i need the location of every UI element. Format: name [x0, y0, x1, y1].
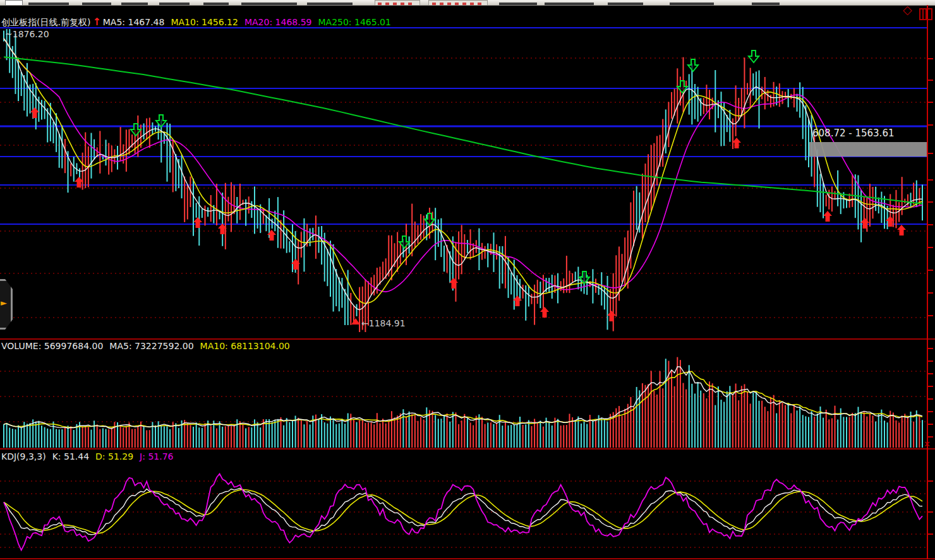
kdj-header: KDJ(9,3,3)K: 51.44D: 51.29J: 51.76 — [1, 451, 173, 462]
volume-ma5-value: MA5: 73227592.00 — [109, 341, 200, 351]
diamond-icon[interactable]: ◇ — [903, 4, 912, 15]
high-price-label: ~1876.20 — [5, 29, 49, 39]
symbol-title: 创业板指(日线.前复权) — [1, 17, 90, 27]
low-price-label: ←1184.91 — [361, 318, 406, 328]
kdj-k-value: K: 51.44 — [52, 451, 95, 462]
kdj-j-value: J: 51.76 — [140, 451, 173, 462]
volume-header: VOLUME: 56997684.00MA5: 73227592.00MA10:… — [1, 341, 290, 351]
window-split-icon[interactable] — [919, 8, 932, 20]
chart-canvas[interactable]: ✕ — [0, 0, 935, 560]
ma5-value: MA5: 1467.48 — [103, 17, 171, 27]
volume-value: VOLUME: 56997684.00 — [1, 341, 109, 351]
kdj-title: KDJ(9,3,3) — [1, 451, 52, 462]
ma250-value: MA250: 1465.01 — [318, 17, 390, 27]
close-pane-icon[interactable]: ✕ — [924, 439, 931, 449]
panel-expand-handle[interactable]: ► — [0, 279, 13, 330]
main-chart-header: 创业板指(日线.前复权)↑MA5: 1467.48MA10: 1456.12MA… — [1, 17, 391, 27]
ma10-value: MA10: 1456.12 — [171, 17, 244, 27]
range-selection-label: 608.72 - 1563.61 — [812, 128, 894, 138]
ma20-value: MA20: 1468.59 — [244, 17, 318, 27]
trading-app-window: ✕ 创业板指(日线.前复权)↑MA5: 1467.48MA10: 1456.12… — [0, 0, 935, 560]
kdj-d-value: D: 51.29 — [95, 451, 140, 462]
up-arrow-icon: ↑ — [90, 16, 102, 28]
volume-ma10-value: MA10: 68113104.00 — [200, 341, 290, 351]
panel-arrow-icon: ► — [1, 298, 7, 307]
